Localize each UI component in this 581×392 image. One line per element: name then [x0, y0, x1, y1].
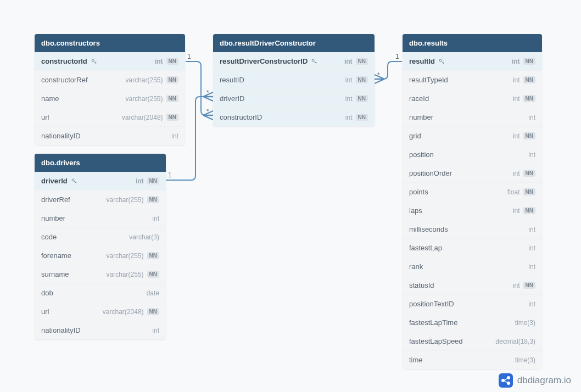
table-row[interactable]: surnamevarchar(255)NN	[35, 265, 166, 284]
column-meta: int	[152, 327, 159, 334]
table-row[interactable]: resultDriverConstructorIDintNN	[213, 52, 375, 71]
table-row[interactable]: driverIDintNN	[213, 89, 375, 108]
column-name: resultDriverConstructorID	[220, 57, 317, 65]
table-row[interactable]: raceIdintNN	[403, 89, 542, 108]
diagram-canvas[interactable]: 1 * 1 * 1 * dbo.constructorsconstructorI…	[0, 0, 581, 392]
column-name-text: surname	[41, 270, 69, 278]
column-name: time	[409, 356, 423, 364]
table-row[interactable]: codevarchar(3)	[35, 228, 166, 247]
column-name-text: laps	[409, 206, 422, 215]
watermark-text: dbdiagram.io	[517, 375, 571, 386]
column-meta: int	[528, 263, 535, 271]
table-row[interactable]: pointsfloatNN	[403, 183, 542, 201]
table-row[interactable]: dobdate	[35, 284, 166, 303]
column-meta: varchar(255)NN	[126, 95, 178, 103]
column-type: varchar(2048)	[122, 114, 163, 121]
column-type: int	[513, 207, 520, 215]
column-type: varchar(255)	[107, 271, 144, 278]
table-drivers[interactable]: dbo.driversdriverIdintNNdriverRefvarchar…	[35, 154, 166, 339]
column-name-text: nationalityID	[41, 326, 81, 334]
table-row[interactable]: resultIDintNN	[213, 71, 375, 89]
svg-point-0	[92, 59, 94, 61]
table-results[interactable]: dbo.resultsresultIdintNNresultTypeIdintN…	[403, 34, 542, 369]
column-name-text: dob	[41, 289, 53, 297]
column-type: time(3)	[515, 356, 535, 364]
column-meta: intNN	[513, 170, 535, 177]
column-meta: intNN	[513, 132, 535, 140]
not-null-badge: NN	[523, 170, 535, 177]
column-type: int	[513, 282, 520, 289]
column-type: int	[513, 95, 520, 103]
table-row[interactable]: fastestLapint	[403, 239, 542, 257]
table-row[interactable]: fastestLapSpeeddecimal(18,3)	[403, 332, 542, 351]
column-type: varchar(2048)	[103, 308, 144, 316]
cardinality-label: 1	[395, 53, 399, 60]
column-name: milliseconds	[409, 225, 448, 233]
svg-point-3	[439, 59, 442, 61]
table-header[interactable]: dbo.constructors	[35, 34, 185, 52]
table-row[interactable]: positionint	[403, 145, 542, 164]
column-name-text: name	[41, 94, 59, 103]
table-row[interactable]: urlvarchar(2048)NN	[35, 303, 166, 321]
column-type: int	[136, 177, 144, 185]
table-row[interactable]: resultTypeIdintNN	[403, 71, 542, 89]
table-row[interactable]: fastestLapTimetime(3)	[403, 313, 542, 332]
column-meta: intNN	[345, 76, 368, 84]
column-meta: time(3)	[515, 356, 535, 364]
column-name-text: code	[41, 233, 57, 241]
cardinality-label: 1	[187, 53, 191, 60]
table-constructors[interactable]: dbo.constructorsconstructorIdintNNconstr…	[35, 34, 185, 145]
table-row[interactable]: urlvarchar(2048)NN	[35, 108, 185, 127]
table-row[interactable]: nationalityIDint	[35, 321, 166, 339]
table-header[interactable]: dbo.resultDriverConstructor	[213, 34, 375, 52]
column-name-text: fastestLapTime	[409, 318, 457, 327]
column-meta: int	[528, 151, 535, 159]
table-header[interactable]: dbo.results	[403, 34, 542, 52]
table-row[interactable]: positionOrderintNN	[403, 164, 542, 183]
table-row[interactable]: constructorRefvarchar(255)NN	[35, 71, 185, 89]
table-row[interactable]: resultIdintNN	[403, 52, 542, 71]
column-name: driverID	[220, 94, 245, 103]
table-row[interactable]: statusIdintNN	[403, 276, 542, 295]
table-row[interactable]: namevarchar(255)NN	[35, 89, 185, 108]
column-type: int	[152, 215, 159, 222]
table-row[interactable]: numberint	[35, 209, 166, 228]
table-row[interactable]: millisecondsint	[403, 220, 542, 239]
column-meta: varchar(255)NN	[107, 196, 159, 204]
not-null-badge: NN	[523, 188, 535, 195]
not-null-badge: NN	[147, 271, 159, 278]
column-name: url	[41, 113, 49, 121]
not-null-badge: NN	[356, 114, 368, 121]
not-null-badge: NN	[523, 132, 535, 139]
table-row[interactable]: constructorIDintNN	[213, 108, 375, 126]
column-type: int	[528, 244, 535, 252]
column-meta: decimal(18,3)	[495, 338, 535, 345]
table-header[interactable]: dbo.drivers	[35, 154, 166, 172]
table-resultDriverConstructor[interactable]: dbo.resultDriverConstructorresultDriverC…	[213, 34, 375, 126]
column-name-text: resultTypeId	[409, 76, 448, 84]
table-row[interactable]: rankint	[403, 257, 542, 276]
table-row[interactable]: driverIdintNN	[35, 172, 166, 191]
column-meta: varchar(3)	[129, 233, 159, 241]
key-icon	[71, 178, 77, 184]
table-row[interactable]: numberint	[403, 108, 542, 127]
table-row[interactable]: driverRefvarchar(255)NN	[35, 191, 166, 209]
watermark: dbdiagram.io	[499, 373, 571, 388]
column-name-text: resultId	[409, 57, 435, 65]
column-type: int	[528, 226, 535, 233]
column-name: constructorRef	[41, 76, 88, 84]
column-name-text: url	[41, 113, 49, 121]
column-name: url	[41, 307, 49, 316]
table-row[interactable]: forenamevarchar(255)NN	[35, 247, 166, 265]
table-row[interactable]: nationalityIDint	[35, 127, 185, 145]
table-row[interactable]: timetime(3)	[403, 351, 542, 369]
table-row[interactable]: constructorIdintNN	[35, 52, 185, 71]
column-name: constructorId	[41, 57, 97, 65]
table-row[interactable]: lapsintNN	[403, 201, 542, 220]
table-row[interactable]: positionTextIDint	[403, 295, 542, 313]
table-row[interactable]: gridintNN	[403, 127, 542, 145]
column-name-text: positionTextID	[409, 300, 454, 308]
column-name-text: time	[409, 356, 423, 364]
column-type: time(3)	[515, 319, 535, 327]
column-type: varchar(255)	[107, 196, 144, 204]
